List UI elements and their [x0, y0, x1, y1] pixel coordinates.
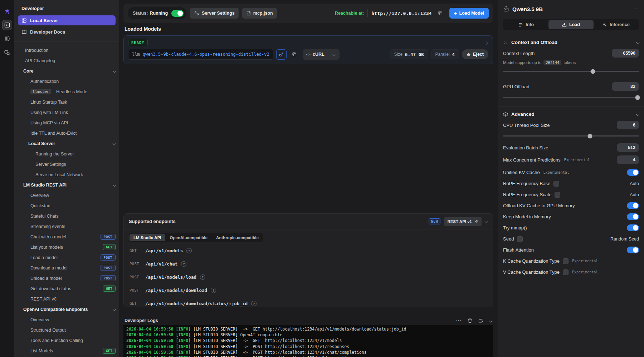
doc-item[interactable]: Get download statusGET	[14, 283, 119, 294]
tab-load[interactable]: Load	[548, 20, 593, 29]
model-parallel[interactable]: Parallel 4	[431, 49, 459, 59]
flash-attention-toggle[interactable]	[627, 247, 639, 253]
doc-item[interactable]: REST API v0	[14, 294, 119, 304]
library-tab-icon[interactable]	[2, 34, 12, 44]
new-badge: NEW	[429, 218, 441, 224]
max-concurrent-input[interactable]: 4	[617, 155, 639, 164]
eject-button[interactable]: Eject	[462, 49, 488, 59]
doc-item[interactable]: Idle TTL and Auto-Evict	[14, 128, 119, 138]
chevron-right-icon[interactable]	[485, 42, 488, 45]
doc-item[interactable]: Using MCP via API	[14, 118, 119, 128]
rope-base-value: Auto	[630, 181, 639, 186]
gpu-offload-slider[interactable]	[503, 97, 639, 98]
doc-item[interactable]: Using with LM Link	[14, 107, 119, 118]
load-model-button[interactable]: + Load Model	[449, 8, 489, 19]
doc-item[interactable]: Serve on Local Network	[14, 169, 119, 180]
sidebar-item-developer-docs[interactable]: Developer Docs	[18, 27, 116, 37]
help-icon[interactable]: ?	[211, 288, 216, 293]
copy-model-id-icon[interactable]	[289, 49, 300, 60]
clear-logs-icon[interactable]	[468, 318, 472, 323]
doc-section-local-server[interactable]: Local Server	[14, 138, 119, 149]
doc-item[interactable]: Streaming events	[14, 221, 119, 232]
rope-frequency-base-checkbox[interactable]	[553, 181, 559, 187]
doc-item[interactable]: Unload a modelPOST	[14, 273, 119, 283]
v-cache-quantization-checkbox[interactable]	[563, 269, 569, 275]
tab-inference[interactable]: Inference	[594, 20, 638, 29]
popout-logs-icon[interactable]	[478, 318, 483, 323]
endpoint-row: GET /api/v1/models/download/status/:job_…	[124, 297, 493, 310]
doc-item[interactable]: llmster- Headless Mode	[14, 86, 119, 97]
sidebar-item-local-server[interactable]: Local Server	[18, 15, 116, 25]
help-icon[interactable]: ?	[186, 248, 192, 253]
tab-openai-compatible[interactable]: OpenAI-compatible	[166, 234, 211, 241]
developer-logs-console[interactable]: 2026-04-04 16:59:58 [INFO] [LM STUDIO SE…	[123, 325, 493, 357]
context-length-input[interactable]: 65590	[612, 49, 639, 58]
server-settings-button[interactable]: Server Settings	[190, 8, 239, 19]
logs-more-icon[interactable]: ⋯	[456, 317, 462, 324]
api-key-button[interactable]	[276, 49, 287, 60]
chevron-down-icon	[113, 308, 116, 311]
developer-tab-icon[interactable]	[2, 20, 12, 30]
context-length-slider[interactable]	[503, 71, 639, 72]
doc-section-core[interactable]: Core	[14, 66, 119, 76]
doc-item[interactable]: Chat with a modelPOST	[14, 232, 119, 242]
curl-dropdown[interactable]	[330, 53, 338, 56]
rope-frequency-scale-checkbox[interactable]	[555, 192, 560, 198]
model-id: qwen3.5-9b-claude-4.6-opus-reasoning-dis…	[143, 52, 269, 57]
doc-item[interactable]: Quickstart	[14, 200, 119, 211]
collapse-endpoints-chevron[interactable]	[485, 220, 488, 223]
section-advanced[interactable]: Advanced	[498, 107, 644, 119]
doc-section-openai-endpoints[interactable]: OpenAI Compatible Endpoints	[14, 304, 119, 314]
doc-item[interactable]: List your modelsGET	[14, 242, 119, 252]
help-icon[interactable]: ?	[181, 261, 186, 267]
model-identifier[interactable]: llm qwen3.5-9b-claude-4.6-opus-reasoning…	[128, 49, 273, 60]
discover-tab-icon[interactable]	[2, 47, 12, 57]
rope-frequency-scale-row: RoPE Frequency Scale Auto	[498, 189, 644, 200]
endpoints-tabs: LM Studio API OpenAI-compatible Anthropi…	[129, 233, 263, 242]
evaluation-batch-input[interactable]: 512	[617, 143, 639, 152]
tab-anthropic-compatible[interactable]: Anthropic-compatible	[212, 234, 263, 241]
server-toggle[interactable]	[171, 10, 184, 17]
curl-snippet-button[interactable]: <> cURL	[303, 49, 340, 60]
help-icon[interactable]: ?	[251, 301, 257, 306]
doc-item[interactable]: Linux Startup Task	[14, 97, 119, 107]
doc-item[interactable]: Structured Output	[14, 325, 119, 335]
experimental-tag: Experimental	[543, 170, 569, 174]
cpu-thread-pool-input[interactable]: 6	[617, 121, 639, 129]
tab-lm-studio-api[interactable]: LM Studio API	[130, 234, 165, 241]
cpu-thread-pool-slider[interactable]	[503, 135, 639, 137]
try-mmap-toggle[interactable]	[627, 224, 639, 231]
rest-api-v1-chip[interactable]: REST API v1	[444, 217, 482, 226]
model-menu-icon[interactable]: ⋯	[633, 6, 639, 12]
unified-kv-cache-toggle[interactable]	[627, 169, 639, 176]
reachable-label: Reachable at:	[335, 11, 364, 16]
log-line: 2026-04-04 16:59:58 [INFO] [LM STUDIO SE…	[126, 349, 490, 355]
doc-item[interactable]: Authentication	[14, 76, 119, 86]
copy-url-icon[interactable]	[435, 8, 446, 19]
seed-checkbox[interactable]	[517, 236, 523, 242]
chevron-down-icon	[636, 113, 640, 116]
keep-model-in-memory-toggle[interactable]	[627, 213, 639, 220]
collapse-logs-chevron[interactable]	[489, 319, 493, 322]
doc-item[interactable]: Introduction	[14, 45, 119, 55]
doc-item[interactable]: Server Settings	[14, 159, 119, 169]
gpu-offload-input[interactable]: 32	[612, 82, 639, 91]
doc-item[interactable]: Download a modelPOST	[14, 263, 119, 273]
k-cache-quantization-checkbox[interactable]	[563, 258, 569, 264]
mcp-json-button[interactable]: mcp.json	[242, 8, 277, 19]
doc-item[interactable]: Running the Server	[14, 149, 119, 159]
doc-item[interactable]: API Changelog	[14, 55, 119, 66]
doc-item[interactable]: Load a modelPOST	[14, 252, 119, 263]
tab-info[interactable]: Info	[504, 20, 548, 29]
doc-item[interactable]: Stateful Chats	[14, 211, 119, 221]
doc-item[interactable]: List ModelsGET	[14, 346, 119, 356]
doc-item[interactable]: Overview	[14, 190, 119, 200]
doc-item[interactable]: Tools and Function Calling	[14, 335, 119, 346]
section-context-and-offload[interactable]: Context and Offload	[498, 35, 644, 47]
loaded-model-card[interactable]: READY llm qwen3.5-9b-claude-4.6-opus-rea…	[123, 35, 493, 64]
doc-item[interactable]: Overview	[14, 314, 119, 325]
get-badge: GET	[103, 348, 116, 354]
doc-section-rest-api[interactable]: LM Studio REST API	[14, 180, 119, 190]
help-icon[interactable]: ?	[200, 274, 205, 280]
offload-kv-cache-toggle[interactable]	[627, 202, 639, 209]
